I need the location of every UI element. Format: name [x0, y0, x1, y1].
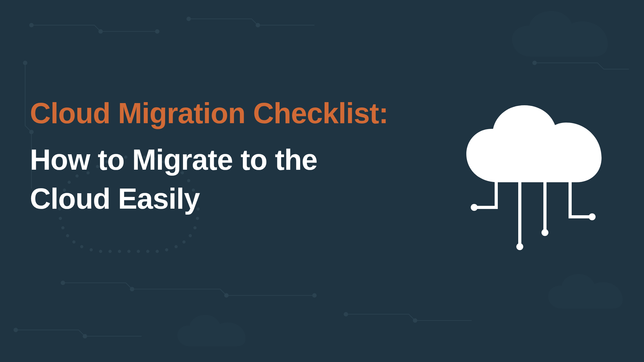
bg-cloud-top-right	[506, 9, 625, 72]
svg-point-2	[155, 30, 159, 33]
svg-point-12	[413, 319, 417, 322]
cloud-network-icon	[460, 104, 605, 267]
svg-point-36	[165, 248, 168, 251]
svg-point-7	[61, 281, 65, 285]
svg-point-1	[99, 30, 103, 33]
hero-title-line1: How to Migrate to the	[30, 144, 317, 176]
svg-point-41	[118, 250, 121, 253]
svg-point-57	[541, 229, 548, 236]
svg-point-45	[80, 245, 83, 248]
svg-point-35	[175, 245, 178, 248]
svg-point-42	[108, 250, 112, 253]
svg-point-4	[256, 23, 260, 27]
svg-point-46	[72, 240, 75, 244]
bg-cloud-bottom-left	[173, 312, 255, 356]
svg-point-11	[344, 312, 348, 316]
svg-point-44	[90, 248, 93, 251]
svg-point-38	[146, 250, 149, 253]
svg-point-55	[471, 204, 478, 211]
svg-point-33	[189, 234, 192, 237]
svg-point-34	[182, 240, 186, 244]
hero-title-accent: Cloud Migration Checklist:	[30, 97, 388, 129]
svg-point-37	[156, 250, 159, 253]
svg-point-32	[193, 226, 197, 229]
hero-title-line2: Cloud Easily	[30, 183, 200, 215]
hero-title-main: How to Migrate to the Cloud Easily	[30, 140, 388, 218]
svg-point-0	[30, 23, 33, 27]
svg-point-15	[83, 334, 87, 338]
bg-cloud-bottom-right	[543, 271, 631, 318]
svg-point-9	[225, 293, 228, 297]
svg-point-14	[14, 328, 18, 332]
svg-point-8	[130, 287, 134, 291]
svg-point-58	[589, 213, 596, 220]
svg-point-56	[516, 243, 523, 250]
svg-point-40	[127, 250, 130, 253]
svg-point-5	[23, 61, 27, 65]
svg-point-10	[313, 293, 316, 297]
hero-text-block: Cloud Migration Checklist: How to Migrat…	[30, 97, 388, 218]
svg-point-48	[61, 226, 64, 229]
svg-point-47	[66, 234, 69, 237]
svg-point-43	[99, 250, 102, 253]
svg-point-39	[137, 250, 140, 253]
svg-point-3	[187, 17, 191, 21]
